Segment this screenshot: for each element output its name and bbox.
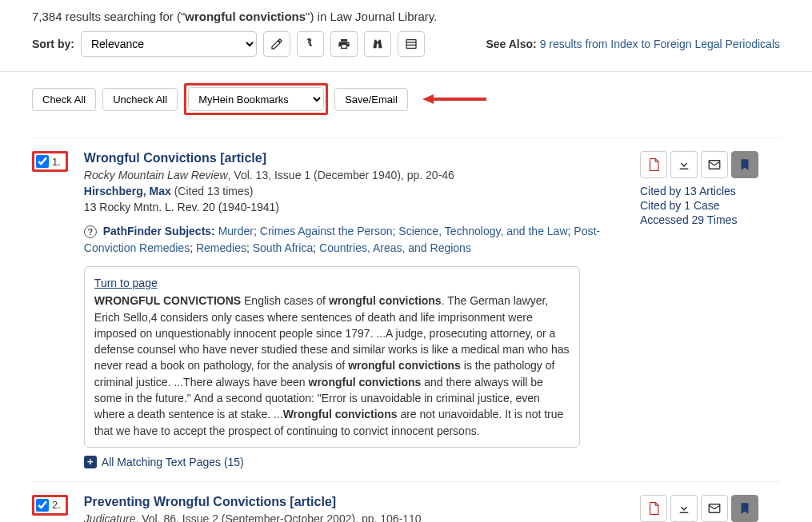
- result-checkbox-highlight: 1.: [32, 151, 68, 172]
- email-icon[interactable]: [701, 495, 728, 522]
- svg-rect-0: [406, 40, 416, 49]
- sort-direction-icon[interactable]: [297, 31, 324, 57]
- annotation-arrow-icon: [422, 92, 486, 106]
- cited-by-articles[interactable]: Cited by 13 Articles: [640, 185, 780, 197]
- email-icon[interactable]: [701, 151, 728, 178]
- result-number: 1.: [52, 156, 61, 168]
- accessed-times: Accessed 29 Times: [640, 213, 780, 226]
- help-icon[interactable]: ?: [84, 225, 97, 238]
- plus-icon: +: [84, 456, 97, 468]
- matching-pages[interactable]: + All Matching Text Pages (15): [84, 456, 624, 468]
- download-icon[interactable]: [670, 151, 698, 178]
- print-icon[interactable]: [330, 31, 358, 57]
- check-all-button[interactable]: Check All: [32, 88, 96, 111]
- pdf-icon[interactable]: [640, 151, 667, 178]
- results-summary: 7,384 results searching for ("wrongful c…: [32, 10, 780, 23]
- bookmark-icon[interactable]: [731, 151, 758, 178]
- result-count: 7,384: [32, 10, 62, 23]
- result-item: 2. Preventing Wrongful Convictions [arti…: [32, 481, 780, 522]
- result-checkbox-highlight: 2.: [32, 495, 68, 516]
- sort-select[interactable]: Relevance: [81, 31, 257, 57]
- result-subjects: ? PathFinder Subjects: Murder; Crimes Ag…: [84, 223, 624, 257]
- result-checkbox[interactable]: [36, 155, 49, 168]
- matching-pages-link[interactable]: All Matching Text Pages (15): [102, 456, 244, 468]
- turn-to-page-link[interactable]: Turn to page: [94, 275, 158, 291]
- svg-marker-4: [422, 94, 434, 104]
- bookmark-select[interactable]: MyHein Bookmarks: [188, 87, 324, 111]
- result-stats: Cited by 13 Articles Cited by 1 Case Acc…: [640, 185, 780, 226]
- result-meta: Rocky Mountain Law Review, Vol. 13, Issu…: [84, 169, 624, 181]
- result-author: Hirschberg, Max (Cited 13 times): [84, 185, 624, 197]
- divider: [0, 71, 812, 72]
- uncheck-all-button[interactable]: Uncheck All: [102, 88, 178, 111]
- result-item: 1. Wrongful Convictions [article] Rocky …: [32, 137, 780, 481]
- edit-icon[interactable]: [263, 31, 290, 57]
- result-number: 2.: [52, 499, 61, 511]
- author-link[interactable]: Hirschberg, Max: [84, 185, 171, 197]
- pdf-icon[interactable]: [640, 495, 667, 522]
- bookmark-select-highlight: MyHein Bookmarks: [184, 83, 328, 115]
- binoculars-icon[interactable]: [364, 31, 391, 57]
- result-title-link[interactable]: Preventing Wrongful Convictions [article…: [84, 495, 336, 508]
- see-also-link[interactable]: 9 results from Index to Foreign Legal Pe…: [540, 38, 780, 50]
- download-icon[interactable]: [670, 495, 698, 522]
- save-email-button[interactable]: Save/Email: [334, 88, 408, 111]
- cited-by-cases[interactable]: Cited by 1 Case: [640, 199, 780, 212]
- result-snippet: Turn to page WRONGFUL CONVICTIONS Englis…: [84, 266, 580, 448]
- list-view-icon[interactable]: [398, 31, 425, 57]
- result-title-link[interactable]: Wrongful Convictions [article]: [84, 151, 266, 165]
- result-citation: 13 Rocky Mntn. L. Rev. 20 (1940-1941): [84, 201, 624, 213]
- result-meta: Judicature, Vol. 86, Issue 2 (September-…: [84, 512, 624, 522]
- sort-label: Sort by:: [32, 38, 74, 50]
- result-checkbox[interactable]: [36, 499, 49, 512]
- see-also: See Also: 9 results from Index to Foreig…: [486, 38, 780, 50]
- bookmark-icon[interactable]: [731, 495, 758, 522]
- search-query: wrongful convictions: [185, 10, 306, 23]
